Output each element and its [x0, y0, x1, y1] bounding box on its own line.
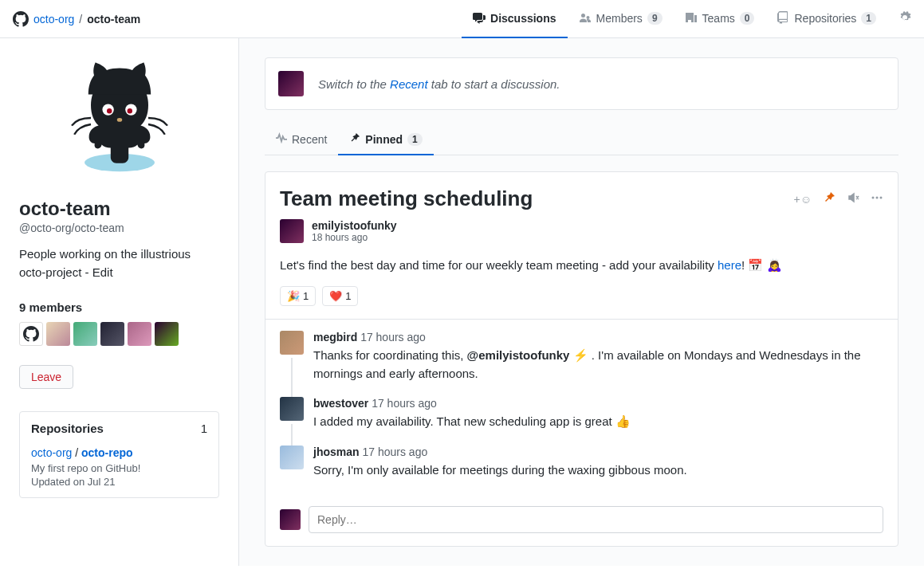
comment-time: 17 hours ago [372, 397, 437, 410]
repositories-box: Repositories 1 octo-org / octo-repo My f… [19, 411, 219, 498]
comment: bwestover 17 hours ago I added my availa… [280, 397, 883, 431]
svg-point-6 [872, 197, 875, 199]
tab-members[interactable]: Members 9 [568, 0, 674, 38]
member-avatar[interactable] [19, 322, 43, 346]
top-nav: octo-org / octo-team Discussions Members… [0, 0, 924, 38]
comment: jhosman 17 hours ago Sorry, I'm only ava… [280, 446, 883, 480]
comment-text: I added my availability. That new schedu… [313, 413, 883, 431]
discussion-author-avatar[interactable] [280, 219, 304, 243]
members-count-badge: 9 [647, 12, 663, 25]
team-avatar [19, 57, 219, 185]
member-avatar[interactable] [100, 322, 124, 346]
teams-count-badge: 0 [740, 12, 755, 25]
kebab-icon[interactable] [871, 191, 883, 206]
sidebar: octo-team @octo-org/octo-team People wor… [0, 38, 239, 566]
members-heading: 9 members [19, 300, 219, 314]
breadcrumb-separator: / [79, 13, 82, 26]
add-reaction-button[interactable]: +☺ [794, 193, 812, 206]
comment-text: Thanks for coordinating this, @emilyisto… [313, 347, 883, 383]
comment-time: 17 hours ago [360, 331, 426, 343]
team-name: octo-team [19, 198, 219, 220]
svg-point-3 [107, 108, 112, 113]
people-icon [579, 11, 592, 26]
reaction-button[interactable]: 🎉 1 [280, 286, 316, 306]
discussion-author[interactable]: emilyistoofunky [312, 219, 397, 232]
member-avatar[interactable] [73, 322, 97, 346]
member-avatar[interactable] [46, 322, 70, 346]
comment-avatar[interactable] [280, 446, 304, 469]
comment-avatar[interactable] [280, 397, 304, 421]
comment-avatar[interactable] [280, 331, 304, 355]
repos-heading: Repositories [31, 422, 104, 435]
team-slug: @octo-org/octo-team [19, 222, 219, 234]
banner-text: Switch to the Recent tab to start a disc… [318, 77, 560, 91]
svg-point-5 [116, 118, 121, 122]
comment: megbird 17 hours ago Thanks for coordina… [280, 331, 883, 383]
reactions-bar: 🎉 1 ❤️ 1 [280, 286, 883, 306]
repositories-count-badge: 1 [861, 12, 876, 25]
repo-updated: Updated on Jul 21 [31, 476, 207, 488]
mute-button[interactable] [847, 191, 859, 206]
comment-author[interactable]: jhosman [313, 446, 360, 458]
discussion-card: Team meeting scheduling +☺ emilyistoofun… [265, 171, 898, 547]
pulse-icon [276, 132, 287, 146]
reply-avatar [280, 509, 301, 530]
member-avatars [19, 322, 219, 346]
comment-time: 17 hours ago [362, 446, 427, 458]
reply-row [265, 500, 898, 546]
discussion-body-link[interactable]: here [718, 258, 741, 272]
breadcrumb-org[interactable]: octo-org [33, 13, 74, 26]
breadcrumb-team: octo-team [87, 13, 140, 26]
repo-name-link[interactable]: octo-repo [81, 446, 133, 459]
comment-author[interactable]: bwestover [313, 397, 368, 410]
svg-point-4 [127, 108, 132, 113]
repo-org-link[interactable]: octo-org [31, 446, 72, 459]
pin-icon [349, 132, 360, 146]
comment-discussion-icon [473, 11, 486, 26]
repo-icon [777, 11, 789, 26]
github-icon [13, 11, 29, 27]
svg-point-7 [876, 197, 879, 199]
member-avatar[interactable] [128, 322, 151, 346]
pinned-count-badge: 1 [407, 133, 423, 146]
comment-text: Sorry, I'm only available for meetings d… [313, 461, 883, 480]
comments-section: megbird 17 hours ago Thanks for coordina… [265, 320, 898, 500]
repo-item[interactable]: octo-org / octo-repo My first repo on Gi… [20, 445, 218, 497]
comment-author[interactable]: megbird [313, 331, 357, 343]
leave-button[interactable]: Leave [19, 365, 73, 389]
mention[interactable]: @emilyistoofunky [467, 348, 570, 362]
discussion-body: Let's find the best day and time for our… [280, 256, 883, 275]
repo-description: My first repo on GitHub! [31, 462, 207, 474]
member-avatar[interactable] [155, 322, 179, 346]
start-discussion-banner: Switch to the Recent tab to start a disc… [265, 57, 898, 110]
banner-recent-link[interactable]: Recent [390, 77, 428, 91]
banner-avatar [278, 71, 304, 96]
svg-point-8 [880, 197, 883, 199]
subtab-recent[interactable]: Recent [265, 124, 338, 155]
reaction-button[interactable]: ❤️ 1 [322, 286, 358, 306]
tab-teams[interactable]: Teams 0 [674, 0, 766, 38]
tab-discussions[interactable]: Discussions [462, 0, 567, 38]
tab-settings[interactable] [887, 0, 911, 38]
team-description: People working on the illustrious octo-p… [19, 245, 219, 281]
tab-repositories[interactable]: Repositories 1 [765, 0, 887, 38]
subtab-pinned[interactable]: Pinned 1 [338, 124, 433, 155]
discussion-time: 18 hours ago [312, 232, 397, 243]
main-content: Switch to the Recent tab to start a disc… [239, 38, 924, 566]
discussion-title: Team meeting scheduling [280, 186, 794, 211]
repos-count: 1 [201, 422, 207, 435]
discussion-subtabs: Recent Pinned 1 [265, 124, 898, 155]
gear-icon [898, 11, 911, 26]
organization-icon [685, 11, 698, 26]
pin-button[interactable] [823, 191, 836, 206]
reply-input[interactable] [309, 506, 883, 533]
